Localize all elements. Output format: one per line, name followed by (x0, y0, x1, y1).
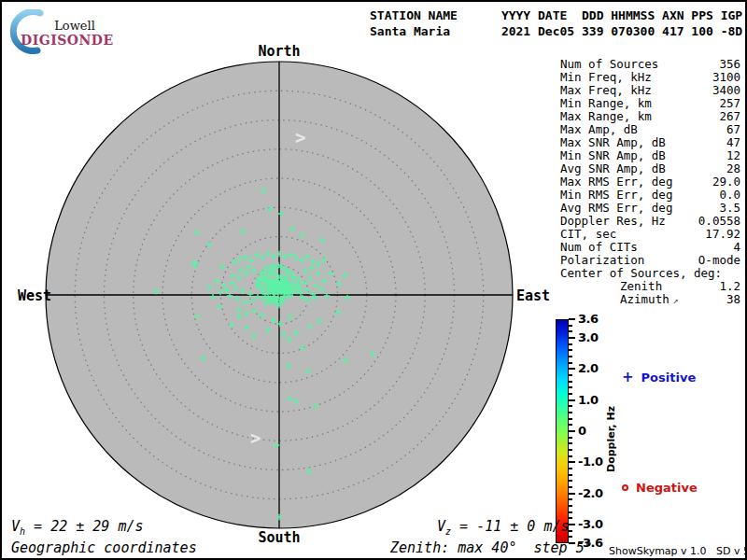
legend-positive: + Positive (622, 371, 696, 385)
measurement-stats-panel: Num of Sources356Min Freq, kHz3100Max Fr… (560, 58, 740, 306)
stats-row-value: 3.5 (719, 202, 740, 215)
stats-row: Avg SNR Amp, dB28 (560, 162, 740, 175)
stats-row: Center of Sources, deg: (560, 267, 740, 280)
stats-row: Min Freq, kHz3100 (560, 71, 740, 84)
colorbar-minor-tick (569, 330, 572, 332)
stats-row: Max SNR Amp, dB47 (560, 136, 740, 149)
colorbar-minor-tick (569, 393, 572, 395)
skymap-window: >> Lowell DIGISONDE STATION NAME YYYY DA… (0, 0, 747, 560)
zenith-ring (162, 178, 396, 412)
stats-row-value: 1.2 (719, 280, 740, 293)
stats-row-label: Max RMS Err, deg (560, 175, 672, 189)
skymap-field-circle (46, 62, 513, 528)
stats-row-value: O-mode (698, 254, 740, 267)
colorbar-minor-tick (569, 362, 572, 364)
vz-symbol: V (437, 518, 445, 535)
stats-row: Min Range, km257 (560, 97, 740, 110)
stats-row-label: Min RMS Err, deg (560, 189, 672, 202)
zenith-ring (134, 149, 426, 441)
stats-row-value: 257 (719, 97, 740, 110)
stats-row-label: Max Range, km (560, 110, 652, 123)
compass-south-label: South (258, 529, 300, 546)
stats-row-value: 38 (726, 293, 740, 306)
colorbar-major-tick (569, 493, 575, 495)
colorbar-major-tick (569, 399, 575, 401)
stats-row-label: Max Amp, dB (560, 123, 638, 136)
colorbar-minor-tick (569, 511, 572, 513)
colorbar-minor-tick (569, 374, 572, 376)
stats-row: PolarizationO-mode (560, 254, 740, 267)
logo-digisonde-text: DIGISONDE (21, 33, 123, 48)
chevron-mark: > (295, 127, 305, 147)
stats-row-label: Max Freq, kHz (560, 84, 652, 97)
legend-negative: Negative (622, 481, 698, 495)
colorbar-major-tick (569, 524, 575, 525)
horizontal-velocity-readout: Vh = 22 ± 29 m/s (11, 518, 144, 537)
vh-value: = 22 ± 29 m/s (25, 518, 143, 535)
stats-row-label: Azimuth↗ (560, 293, 679, 306)
colorbar-major-tick (569, 337, 575, 339)
stats-row-label: Avg SNR Amp, dB (560, 162, 666, 175)
stats-row-value: 28 (726, 162, 740, 175)
stats-row-label: CIT, sec (560, 228, 616, 241)
stats-row-value: 47 (726, 136, 740, 149)
stats-row: Max Amp, dB67 (560, 123, 740, 136)
vz-value: = -11 ± 0 m/s (451, 518, 569, 535)
zenith-ring (221, 237, 338, 354)
stats-row-label: Doppler Res, Hz (560, 215, 666, 228)
colorbar-minor-tick (569, 505, 572, 507)
colorbar-minor-tick (569, 486, 572, 488)
colorbar-minor-tick (569, 474, 572, 476)
colorbar-tick-label: 1.0 (578, 393, 599, 407)
colorbar-minor-tick (569, 424, 572, 426)
stats-row: Num of Sources356 (560, 58, 740, 71)
station-header: STATION NAME YYYY DATE DDD HHMMSS AXN PP… (370, 7, 742, 39)
colorbar-minor-tick (569, 536, 572, 538)
colorbar-tick-label: 0 (578, 424, 586, 438)
stats-row-label: Polarization (560, 254, 644, 267)
stats-row: Min RMS Err, deg0.0 (560, 189, 740, 202)
stats-row: Max Freq, kHz3400 (560, 84, 740, 97)
colorbar-minor-tick (569, 343, 572, 345)
colorbar-minor-tick (569, 405, 572, 407)
stats-row: Max Range, km267 (560, 110, 740, 123)
stats-row: Zenith1.2 (560, 280, 740, 293)
colorbar-minor-tick (569, 386, 572, 388)
colorbar-major-tick (569, 430, 575, 432)
colorbar-minor-tick (569, 418, 572, 420)
stats-row-value: 0.0558 (698, 215, 740, 228)
vh-symbol: V (11, 518, 20, 535)
stats-row-value: 267 (719, 110, 740, 123)
colorbar-minor-tick (569, 480, 572, 482)
compass-west-label: West (18, 287, 51, 304)
colorbar-major-tick (569, 318, 575, 320)
colorbar-minor-tick (569, 449, 572, 451)
colorbar-minor-tick (569, 437, 572, 439)
header-values: Santa Maria 2021 Dec05 339 070300 417 10… (370, 24, 742, 38)
doppler-colorbar (556, 319, 569, 543)
stats-row: CIT, sec17.92 (560, 228, 740, 241)
zenith-ring (250, 266, 309, 325)
chevron-mark: > (250, 427, 261, 448)
stats-row-label: Min Freq, kHz (560, 71, 652, 84)
colorbar-minor-tick (569, 381, 572, 383)
colorbar-minor-tick (569, 412, 572, 413)
stats-row-label: Min Range, km (560, 97, 652, 110)
compass-east-label: East (516, 287, 550, 304)
stats-row-value: 3100 (712, 71, 740, 84)
colorbar-tick-label: 2.0 (578, 361, 599, 375)
zenith-ring (75, 91, 484, 499)
legend-negative-label: Negative (636, 481, 698, 495)
stats-row: Doppler Res, Hz0.0558 (560, 215, 740, 228)
stats-row-label: Max SNR Amp, dB (560, 136, 666, 149)
stats-row: Num of CITs4 (560, 241, 740, 254)
stats-row-label: Min SNR Amp, dB (560, 149, 666, 162)
stats-row: Avg RMS Err, deg3.5 (560, 202, 740, 215)
colorbar-minor-tick (569, 349, 572, 351)
colorbar-major-tick (569, 461, 575, 463)
header-columns: STATION NAME YYYY DATE DDD HHMMSS AXN PP… (370, 8, 742, 22)
stats-row-value: 17.92 (705, 228, 740, 241)
software-version-label: ShowSkymap v 1.0 SD v 5.1 (609, 545, 747, 557)
stats-row-label: Center of Sources, deg: (560, 267, 722, 280)
colorbar-axis-title: Doppler, Hz (605, 406, 617, 472)
